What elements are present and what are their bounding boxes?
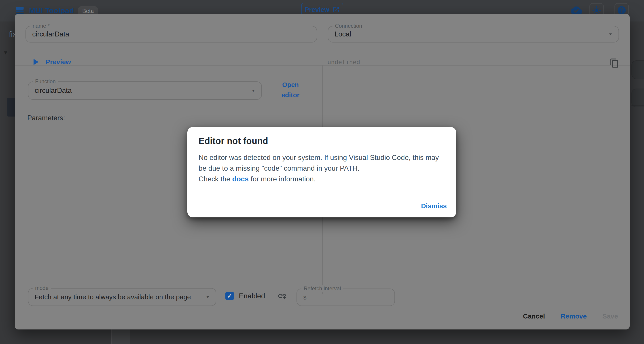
parameters-label: Parameters: — [27, 114, 65, 122]
enabled-checkbox[interactable]: ✓ — [226, 292, 234, 300]
open-editor-link[interactable]: Open editor — [276, 80, 305, 100]
dialog-body-check-prefix: Check the — [198, 175, 232, 183]
mode-select-value: Fetch at any time to always be available… — [35, 293, 191, 301]
preview-expander-label: Preview — [46, 58, 71, 66]
connection-select-label: Connection — [333, 23, 364, 29]
underlying-field-outline — [632, 60, 644, 79]
remove-button[interactable]: Remove — [556, 309, 592, 323]
play-icon — [34, 59, 38, 65]
function-select-value: circularData — [35, 86, 72, 94]
refetch-interval-adornment: s — [303, 294, 306, 301]
underlying-field-outline — [632, 88, 644, 107]
mode-select[interactable]: mode Fetch at any time to always be avai… — [28, 288, 216, 306]
save-button[interactable]: Save — [598, 309, 623, 323]
underlying-divider — [632, 105, 644, 106]
dropdown-arrow-icon: ▼ — [251, 88, 256, 92]
function-select[interactable]: Function circularData ▼ — [28, 82, 262, 100]
refetch-interval-label: Refetch interval — [302, 286, 343, 292]
dropdown-arrow-icon: ▼ — [608, 32, 613, 36]
cancel-button[interactable]: Cancel — [518, 309, 550, 323]
editor-not-found-dialog: Editor not found No editor was detected … — [188, 127, 456, 218]
name-field-label: name * — [30, 23, 52, 29]
enabled-checkbox-label: Enabled — [239, 292, 265, 300]
copy-result-button[interactable] — [608, 57, 621, 69]
dropdown-arrow-icon: ▼ — [206, 295, 210, 299]
dialog-body-text: No editor was detected on your system. I… — [198, 154, 439, 172]
dialog-body-check-suffix: for more information. — [249, 175, 316, 183]
refetch-interval-field[interactable]: Refetch interval s — [296, 288, 395, 306]
open-in-new-icon — [332, 6, 340, 13]
dismiss-button[interactable]: Dismiss — [417, 200, 451, 212]
preview-app-button-label: Preview — [305, 6, 330, 14]
name-field-value: circularData — [32, 30, 69, 38]
chevron-down-icon[interactable]: ▾ — [4, 49, 7, 56]
dialog-body: No editor was detected on your system. I… — [198, 152, 440, 184]
connection-select[interactable]: Connection Local ▼ — [328, 26, 619, 42]
docs-link[interactable]: docs — [232, 175, 249, 183]
mode-select-label: mode — [33, 285, 51, 291]
light-mode-icon — [592, 6, 601, 15]
preview-expander[interactable]: Preview — [34, 58, 71, 66]
result-preview-text: undefined — [327, 58, 360, 66]
function-select-label: Function — [33, 78, 58, 84]
connection-select-value: Local — [334, 30, 351, 38]
add-link-icon — [278, 291, 287, 300]
bind-link-button[interactable] — [278, 291, 287, 300]
dialog-actions: Cancel Remove Save — [518, 309, 623, 323]
copy-icon — [610, 58, 620, 68]
enabled-control: ✓ Enabled — [226, 291, 287, 300]
dialog-title: Editor not found — [198, 136, 268, 146]
name-field[interactable]: name * circularData — [26, 26, 317, 42]
